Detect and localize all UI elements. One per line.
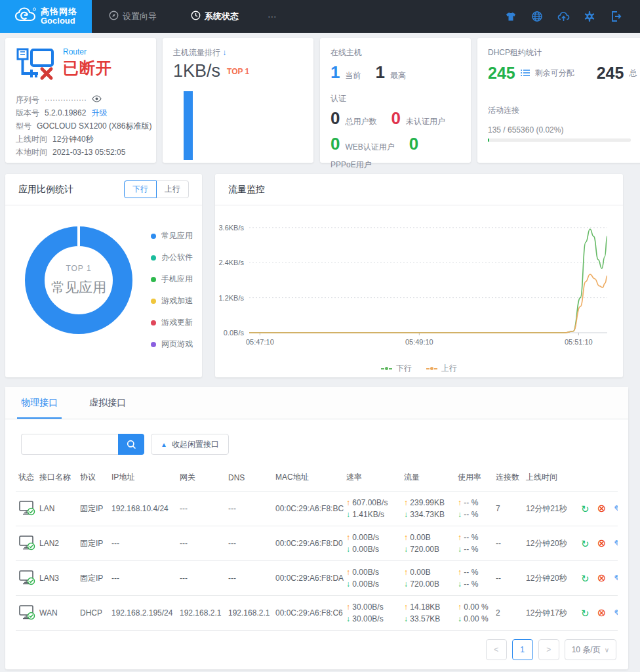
logout-icon[interactable] (610, 10, 622, 22)
list-icon (521, 68, 530, 79)
host-online-icon (18, 613, 35, 622)
interfaces-panel: 物理接口 虚拟接口 ▲ 收起闲置接口 状态接口名称协议IP地址网关DNSMAC地… (5, 387, 628, 669)
dhcp-remaining-label: 剩余可分配 (535, 68, 574, 79)
host-traffic-bar[interactable] (184, 91, 193, 160)
interface-row[interactable]: WANDHCP192.168.2.195/24192.168.2.1192.16… (16, 596, 618, 631)
edit-interface-icon[interactable]: ✎ (614, 574, 618, 583)
gear-icon[interactable] (584, 10, 595, 22)
svg-text:1.2KB/s: 1.2KB/s (218, 294, 244, 302)
down-arrow-icon: ↓ (458, 614, 462, 623)
interface-search-input[interactable] (21, 434, 118, 455)
router-detail-row: 序列号················ (16, 93, 146, 106)
legend-item[interactable]: 游戏更新 (151, 312, 193, 333)
legend-dot-icon (151, 277, 156, 282)
legend-label: 办公软件 (161, 252, 193, 263)
svg-text:3.6KB/s: 3.6KB/s (218, 224, 244, 232)
legend-item[interactable]: 手机应用 (151, 268, 193, 290)
series-legend-label: 下行 (396, 363, 412, 374)
auth-stats: 0总用户数0未认证用户0WEB认证用户0PPPoE用户 (330, 108, 468, 171)
traffic-cell: ↑ 0.00B↓ 720.00B (401, 526, 455, 561)
series-legend-item[interactable]: 下行 (381, 363, 412, 374)
legend-item[interactable]: 游戏加速 (151, 290, 193, 312)
up-arrow-icon: ↑ (404, 498, 408, 507)
interface-row[interactable]: LAN固定IP192.168.10.4/24------00:0C:29:A6:… (16, 492, 618, 526)
cloud-upload-icon[interactable] (557, 10, 569, 22)
dhcp-remaining-value: 245 (488, 64, 515, 83)
usage-cell: ↑ -- %↓ -- % (455, 561, 493, 596)
theme-shirt-icon[interactable] (505, 10, 517, 22)
router-detail-row: 型号GOCLOUD SX1200 (X86标准版) (16, 119, 146, 133)
up-arrow-icon: ↑ (458, 498, 462, 507)
toggle-uplink-button[interactable]: 上行 (157, 180, 189, 198)
column-header: 接口名称 (37, 464, 77, 492)
donut-center-label: 常见应用 (51, 278, 106, 297)
app-ratio-title: 应用比例统计 (18, 184, 73, 196)
ip-cell: --- (109, 561, 177, 596)
status-cell (16, 526, 37, 561)
legend-dot-icon (151, 255, 156, 261)
search-button[interactable] (118, 434, 144, 455)
page-1-button[interactable]: 1 (512, 639, 533, 660)
brand-logo[interactable]: 高恪网络 Gocloud (0, 0, 92, 33)
actions-cell: ↻⊗✎ (578, 596, 618, 631)
nav-item-label: 系统状态 (205, 10, 239, 22)
legend-item[interactable]: 常见应用 (151, 225, 193, 247)
next-page-button[interactable]: > (538, 639, 559, 660)
refresh-interface-icon[interactable]: ↻ (581, 574, 590, 583)
stat-value: 0 (409, 134, 418, 154)
edit-interface-icon[interactable]: ✎ (614, 539, 618, 549)
refresh-interface-icon[interactable]: ↻ (581, 608, 590, 618)
tab-physical-interfaces[interactable]: 物理接口 (21, 387, 58, 419)
interfaces-table: 状态接口名称协议IP地址网关DNSMAC地址速率流量使用率连接数上线时间 LAN… (16, 464, 618, 631)
legend-label: 网页游戏 (161, 339, 193, 350)
legend-dot-icon (151, 234, 156, 239)
disable-interface-icon[interactable]: ⊗ (597, 573, 606, 583)
collapse-idle-interfaces-button[interactable]: ▲ 收起闲置接口 (151, 434, 229, 455)
usage-cell: ↑ -- %↓ -- % (455, 526, 493, 561)
down-arrow-icon: ↓ (458, 579, 462, 589)
edit-interface-icon[interactable]: ✎ (614, 504, 618, 514)
router-name: Router (63, 47, 112, 56)
host-online-icon (18, 543, 35, 553)
page-size-select[interactable]: 10 条/页 ∨ (565, 639, 616, 660)
mac-cell: 00:0C:29:A6:F8:DA (273, 561, 344, 596)
globe-icon[interactable] (531, 10, 543, 22)
down-arrow-icon: ↓ (458, 510, 462, 519)
series-legend-item[interactable]: 上行 (426, 363, 457, 374)
dns-cell: 192.168.2.1 (226, 596, 273, 631)
sort-down-arrow-icon[interactable]: ↓ (222, 48, 226, 57)
compass-icon (109, 10, 119, 22)
disable-interface-icon[interactable]: ⊗ (597, 503, 606, 514)
disable-interface-icon[interactable]: ⊗ (597, 538, 606, 549)
gateway-cell: 192.168.2.1 (177, 596, 226, 631)
nav-more-button[interactable]: ⋯ (256, 11, 289, 22)
legend-item[interactable]: 办公软件 (151, 247, 193, 268)
eye-icon[interactable] (92, 93, 102, 106)
upgrade-link[interactable]: 升级 (91, 106, 107, 119)
router-status-card: Router 已断开 序列号················版本号5.2.0.1… (5, 38, 156, 163)
nav-item-system-status[interactable]: 系统状态 (174, 0, 256, 33)
refresh-interface-icon[interactable]: ↻ (581, 504, 590, 514)
app-ratio-donut-chart: TOP 1 常见应用 常见应用办公软件手机应用游戏加速游戏更新网页游戏 (5, 205, 202, 377)
stat-label: WEB认证用户 (345, 142, 394, 153)
up-arrow-icon: ↑ (404, 568, 408, 577)
nav-item-setup-wizard[interactable]: 设置向导 (92, 0, 174, 33)
toggle-downlink-button[interactable]: 下行 (124, 180, 157, 198)
active-connections-title: 活动连接 (488, 105, 640, 116)
stat-label: 最高 (390, 70, 406, 81)
interface-tabs: 物理接口 虚拟接口 (5, 387, 628, 419)
stat-value: 0 (330, 108, 340, 129)
disable-interface-icon[interactable]: ⊗ (597, 608, 606, 618)
uptime-cell: 12分钟20秒 (523, 561, 578, 596)
prev-page-button[interactable]: < (486, 639, 507, 660)
detail-label: 本地时间 (16, 146, 47, 159)
interface-row[interactable]: LAN2固定IP---------00:0C:29:A6:F8:D0↑ 0.00… (16, 526, 618, 561)
legend-label: 游戏更新 (161, 317, 193, 328)
tab-virtual-interfaces[interactable]: 虚拟接口 (89, 387, 126, 419)
interface-row[interactable]: LAN3固定IP---------00:0C:29:A6:F8:DA↑ 0.00… (16, 561, 618, 596)
legend-item[interactable]: 网页游戏 (151, 333, 193, 355)
detail-label: 序列号 (16, 93, 39, 106)
line-marker-icon (426, 367, 437, 370)
edit-interface-icon[interactable]: ✎ (614, 608, 618, 618)
refresh-interface-icon[interactable]: ↻ (581, 539, 590, 549)
